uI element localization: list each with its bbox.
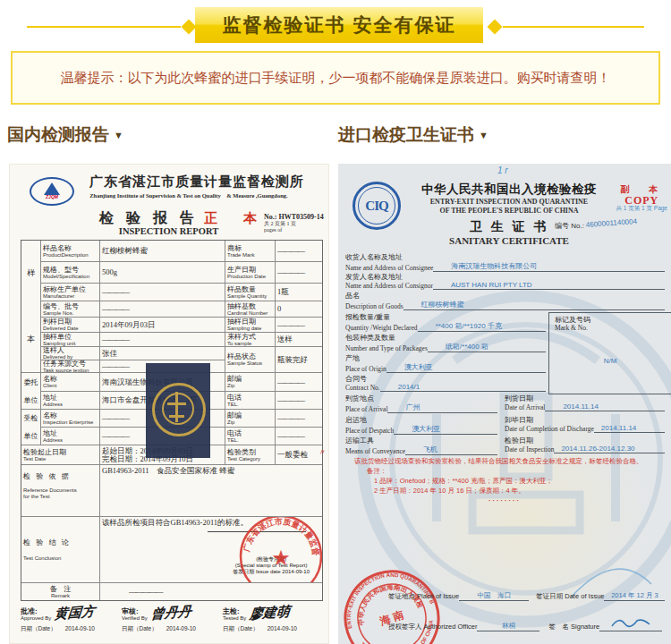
inspection-statement: 该批货物经过现场查验和实验室检验，结果符合我国相关食品安全标准之规定，标签经检验… <box>354 456 662 505</box>
cell-value: ———— <box>277 432 320 440</box>
date-label: 日期（Date） <box>223 625 259 633</box>
issue-place-value: 中国 海口 <box>459 591 529 601</box>
field-label-cn: 启运地 <box>345 416 497 424</box>
cell-value: ————— <box>102 588 320 596</box>
field-label-cn: 到货日期 <box>505 394 665 402</box>
cell-value: ———— <box>277 414 320 422</box>
banner-rule-left <box>27 26 181 28</box>
cell-label-cn: 编号、批号 <box>43 302 98 310</box>
sample-char1: 样 <box>27 267 35 279</box>
group-label-inspected: 受检 单位 <box>21 410 41 445</box>
field-label-en: Date of Inspection <box>505 445 554 453</box>
cell-label-en: Sample Nos. <box>43 310 98 317</box>
field-conveyance: 运输工具 Means of Conveyance飞机 <box>345 436 497 455</box>
field-label-en: Place of Despatch <box>345 427 394 435</box>
field-arrival-place: 到货地点 Place of Arrival广州 <box>345 394 497 413</box>
field-label-cn: 标记及号码 <box>555 316 666 324</box>
field-packages: 包装种类及数量 Number and Type of Packages纸箱/**… <box>345 334 546 352</box>
signer-label-cn: 审核: <box>122 608 148 615</box>
cell-label-cn: 标称生产单位 <box>43 285 98 293</box>
cell-label-cn: 生产日期 <box>227 266 273 274</box>
copy-en: COPY <box>616 196 667 205</box>
cell-value: GB14963-2011 食品安全国家标准 蜂蜜 <box>102 467 320 475</box>
diamond-icon <box>488 20 503 35</box>
group-char: 单位 <box>24 432 38 440</box>
cell-label-cn: 邮编 <box>227 375 273 383</box>
cell-value: ———— <box>102 288 223 296</box>
remark-line-1: 1 品牌：Onefood；规格：**400 克/瓶；原产国：澳大利亚； <box>354 476 662 486</box>
chevron-down-icon: ▼ <box>114 130 123 140</box>
domestic-inspection-report-image: ZJQM 广东省湛江市质量计量监督检测所 Zhanjiang Institute… <box>9 164 329 644</box>
cell-label-en: Test Date <box>23 456 98 462</box>
group-char: 委托 <box>24 378 38 386</box>
issue-date-value: 2014 年 12 月 3 <box>604 591 665 601</box>
cell-label-en: Sampling date <box>227 326 273 332</box>
field-label-en: Name and Address of Consignee <box>345 264 433 272</box>
field-value: 2014/1 <box>380 383 546 392</box>
cell-label-cn: 电话 <box>227 429 273 437</box>
field-despatch-place: 启运地 Place of Despatch澳大利亚 <box>345 416 497 435</box>
cell-value: ———— <box>277 247 320 255</box>
banner-title: 监督检验证书 安全有保证 <box>195 7 483 43</box>
cell-value: 一般委检 <box>277 451 320 459</box>
field-value: 2014.11.14 <box>594 424 665 433</box>
issue-row-1: 签证地点 Place of Issue 中国 海口 签证日期 Date of I… <box>388 591 667 601</box>
field-label-en: Name and Address of Consignor <box>345 282 433 290</box>
cell-label-cn: 来样方式 <box>227 333 273 341</box>
sample-char2: 本 <box>27 334 35 345</box>
field-label-cn: 产地 <box>345 354 546 362</box>
field-discharge-date: 卸毕日期 Date of Completion of Discharge2014… <box>505 416 665 433</box>
authority-name-en1: ENTRY-EXIT INSPECTION AND QUARANTINE <box>403 198 616 207</box>
field-label-cn: 品名 <box>345 292 665 300</box>
field-value: **400 箱/**1920 千克 <box>418 321 546 332</box>
institute-name-en: Zhanjiang Institute of Supervision & Tes… <box>55 192 323 200</box>
svg-text:★: ★ <box>271 546 291 570</box>
table-row: 规格、型号Model/Specification 500g 生产日期Produc… <box>41 262 322 284</box>
cell-label-en: Trade Mark <box>227 252 273 258</box>
cell-label-cn: 名称 <box>43 375 98 383</box>
field-value: 2014.11.14 <box>545 402 665 411</box>
field-inspection-date: 检验日期 Date of Inspection2014.11.26-2014.1… <box>505 436 665 453</box>
field-value: 飞机 <box>405 445 497 455</box>
table-row: 样品名称ProductDescription 红柳桉树蜂蜜 商标Trade Ma… <box>41 241 322 262</box>
cell-value: 张佳 <box>102 350 223 358</box>
section-title-import-certificate[interactable]: 进口检疫卫生证书▼ <box>338 123 488 147</box>
report-title-cn: 检 验 报 告 <box>99 210 199 225</box>
issue-date-label: 签证日期 Date of Issue <box>536 592 604 601</box>
field-value: 广州 <box>387 402 497 413</box>
field-label-cn: 卸毕日期 <box>505 416 665 424</box>
cell-value: ———— <box>102 305 223 313</box>
cell-label-en: Address <box>43 402 98 408</box>
sanitary-certificate-image: 1 r CIQ 中华人民共和国出入境检验检疫 ENTRY-EXIT INSPEC… <box>338 164 671 644</box>
mark-no-value: N/M <box>555 357 666 365</box>
signature-handwriting: 曾丹丹 <box>150 603 192 623</box>
seal-ring <box>152 383 206 436</box>
remark-line-2: 2 生产日期：2014 年 10 月 16 日；保质期：4 年。 <box>354 486 662 496</box>
cell-label-en: Cardinal Number <box>227 310 273 317</box>
field-origin: 产地 Place of Origin澳大利亚 <box>345 354 546 373</box>
field-contract: 合同号 Contract No.2014/1 <box>345 375 546 392</box>
field-label-en: Place of Arrival <box>345 405 387 413</box>
cell-label-cn: 样品名称 <box>43 244 98 252</box>
cell-value: ———— <box>277 268 320 276</box>
cell-label-cn: 邮编 <box>227 411 273 419</box>
officer-value: 林桐 <box>477 622 539 631</box>
cell-label-en: Manufacturer <box>43 293 98 300</box>
cell-label-en: To sample <box>227 341 273 347</box>
signature-footer: 批准:Approved By 黄国方 日期（Date）2014-09-10 审核… <box>21 605 325 633</box>
signer-label-en: Approved By <box>21 615 51 622</box>
field-value: 澳大利亚 <box>386 362 546 373</box>
warm-tip-text: 温馨提示：以下为此次蜂蜜的进口手续证明，少一项都不能确保是原装进口。购买时请查明… <box>61 70 611 87</box>
field-label-en: Means of Conveyance <box>345 447 405 455</box>
signer-label-en: Verified By <box>122 615 148 622</box>
cell-label-cn: 检 验 依 据 <box>23 472 98 480</box>
pages-text: 共 1 页第 1 页 Page <box>616 205 667 211</box>
cell-label-cn: 任务来源文号 <box>43 360 98 368</box>
pen-mark-top: 1 r <box>497 165 508 175</box>
section-title-domestic-report[interactable]: 国内检测报告▼ <box>7 123 123 147</box>
group-char: 单位 <box>24 396 38 404</box>
signature-scribble <box>599 616 662 631</box>
field-label-cn: 收货人名称及地址 <box>345 253 665 261</box>
cell-value: ———— <box>277 378 320 386</box>
cell-label-en: Inspection Enterprise <box>43 419 98 426</box>
